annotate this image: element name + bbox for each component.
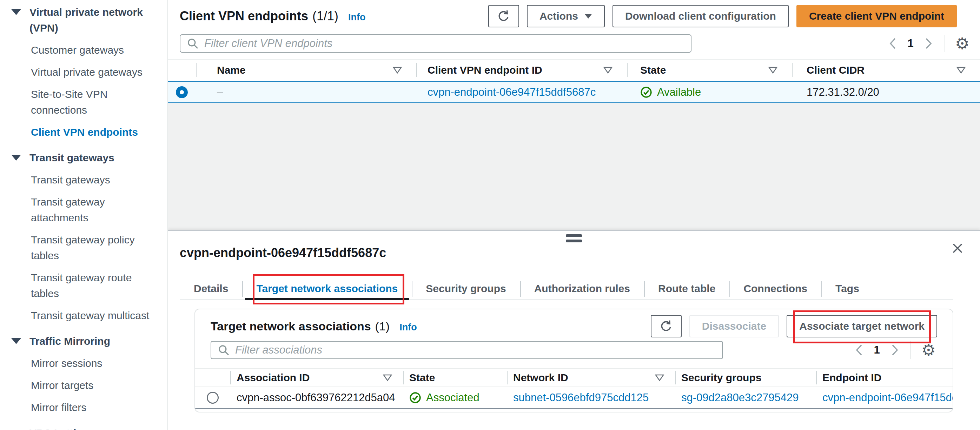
refresh-icon [497,10,510,22]
chevron-down-icon [11,9,21,15]
pager-divider [910,341,911,359]
status-badge: Associated [409,392,507,404]
section-header-label: Traffic Mirroring [30,333,110,349]
column-header-name[interactable]: Name [196,60,416,81]
close-icon[interactable] [950,241,964,255]
column-header-endpoint-id[interactable]: Client VPN endpoint ID [416,60,627,81]
column-header-state[interactable]: State [403,369,507,387]
column-label: Endpoint ID [822,372,881,384]
column-label: Name [217,64,246,76]
previous-page-icon[interactable] [854,343,864,357]
filter-icon[interactable] [603,66,613,75]
sidebar-item-site-to-site-vpn-connections[interactable]: Site-to-Site VPN connections [31,86,161,118]
network-id-link[interactable]: subnet-0596ebfd975cdd125 [513,392,649,404]
sidebar-item-transit-gateway-policy-tables[interactable]: Transit gateway policy tables [31,232,161,263]
sidebar-item-virtual-private-gateways[interactable]: Virtual private gateways [31,64,161,80]
refresh-button[interactable] [488,5,519,27]
column-label: Association ID [237,372,310,384]
filter-icon[interactable] [768,66,778,75]
endpoint-name: – [196,86,416,98]
main-content: Client VPN endpoints (1/1) Info Actions … [168,0,980,430]
associations-filter-input[interactable] [235,344,716,356]
panel-resize-handle[interactable] [566,234,582,242]
column-label: State [409,372,435,384]
filter-icon[interactable] [393,66,402,75]
current-page-number[interactable]: 1 [908,37,914,50]
security-group-link[interactable]: sg-09d2a80e3c2795429 [681,392,799,404]
sidebar-section-transit-gateways: Transit gateways Transit gateways Transi… [11,150,161,324]
actions-label: Actions [539,10,578,22]
filter-icon[interactable] [655,373,665,382]
client-cidr-value: 172.31.32.0/20 [792,86,980,98]
table-settings-gear-icon[interactable]: ⚙ [921,342,936,358]
actions-button[interactable]: Actions [527,5,605,27]
page-title: Client VPN endpoints [180,9,308,24]
column-header-state[interactable]: State [627,60,792,81]
caret-down-icon [584,14,592,19]
tab-route-table[interactable]: Route table [644,278,729,300]
download-client-configuration-button[interactable]: Download client configuration [612,5,789,27]
next-page-icon[interactable] [891,343,900,357]
column-header-client-cidr[interactable]: Client CIDR [792,60,980,81]
sidebar-item-mirror-filters[interactable]: Mirror filters [31,400,161,415]
sidebar-item-transit-gateway-route-tables[interactable]: Transit gateway route tables [31,270,161,301]
sidebar-item-customer-gateways[interactable]: Customer gateways [31,42,161,58]
endpoint-id-link[interactable]: cvpn-endpoint-06e947f15ddf5687c [428,86,596,98]
tab-details[interactable]: Details [180,278,242,300]
sidebar-section-header-vpc-lattice[interactable]: VPC Lattice [11,425,161,430]
tab-security-groups[interactable]: Security groups [412,278,520,300]
tab-connections[interactable]: Connections [729,278,821,300]
tab-target-network-associations[interactable]: Target network associations [242,278,412,300]
row-radio-unselected[interactable] [207,392,219,404]
current-page-number[interactable]: 1 [874,344,880,356]
select-column-header [195,369,230,387]
association-table-row[interactable]: cvpn-assoc-0bf639762212d5a04 Associated … [195,387,953,409]
search-icon [187,38,199,49]
column-header-association-id[interactable]: Association ID [230,369,403,387]
tab-tags[interactable]: Tags [821,278,873,300]
info-link[interactable]: Info [399,322,417,333]
endpoint-id-link[interactable]: cvpn-endpoint-06e947f15ddf5687c [822,392,953,404]
table-settings-gear-icon[interactable]: ⚙ [955,35,969,52]
sidebar-section-header-traffic-mirroring[interactable]: Traffic Mirroring [11,333,161,349]
endpoint-table-row[interactable]: – cvpn-endpoint-06e947f15ddf5687c Availa… [168,81,980,103]
column-header-security-groups[interactable]: Security groups [675,369,816,387]
page-title-count: (1/1) [312,9,338,24]
filter-icon[interactable] [956,66,966,75]
info-link[interactable]: Info [348,12,365,23]
row-radio-selected[interactable] [176,86,188,98]
check-circle-icon [409,392,421,404]
sidebar-section-header-vpn[interactable]: Virtual private network (VPN) [11,4,161,36]
state-label: Available [657,86,701,98]
associations-refresh-button[interactable] [651,315,682,337]
detail-tabs: Details Target network associations Secu… [180,278,953,300]
sidebar-item-transit-gateways[interactable]: Transit gateways [31,172,161,188]
column-label: Security groups [681,372,761,384]
sidebar-item-mirror-sessions[interactable]: Mirror sessions [31,355,161,371]
disassociate-button[interactable]: Disassociate [689,315,779,337]
column-header-endpoint-id[interactable]: Endpoint ID [816,369,953,387]
endpoints-filter-input[interactable] [204,37,684,50]
sidebar-section-header-transit-gateways[interactable]: Transit gateways [11,150,161,165]
previous-page-icon[interactable] [888,36,897,51]
create-client-vpn-endpoint-button[interactable]: Create client VPN endpoint [796,5,957,27]
check-circle-icon [640,86,652,98]
sidebar-section-traffic-mirroring: Traffic Mirroring Mirror sessions Mirror… [11,333,161,415]
table-empty-area [168,103,980,230]
chevron-down-icon [11,155,21,161]
sidebar-item-mirror-targets[interactable]: Mirror targets [31,378,161,393]
tab-authorization-rules[interactable]: Authorization rules [520,278,644,300]
filter-icon[interactable] [383,373,393,382]
sidebar-item-client-vpn-endpoints[interactable]: Client VPN endpoints [31,124,161,140]
section-header-label: Virtual private network (VPN) [30,4,161,36]
column-label: Client VPN endpoint ID [428,64,542,76]
sidebar-item-transit-gateway-attachments[interactable]: Transit gateway attachments [31,194,161,225]
sidebar-item-transit-gateway-multicast[interactable]: Transit gateway multicast [31,308,161,324]
download-label: Download client configuration [625,10,776,22]
search-icon [218,344,229,356]
column-header-network-id[interactable]: Network ID [507,369,675,387]
association-id-value: cvpn-assoc-0bf639762212d5a04 [230,392,403,404]
next-page-icon[interactable] [924,36,933,51]
associate-target-network-button[interactable]: Associate target network [787,315,937,337]
column-label: Client CIDR [807,64,864,76]
